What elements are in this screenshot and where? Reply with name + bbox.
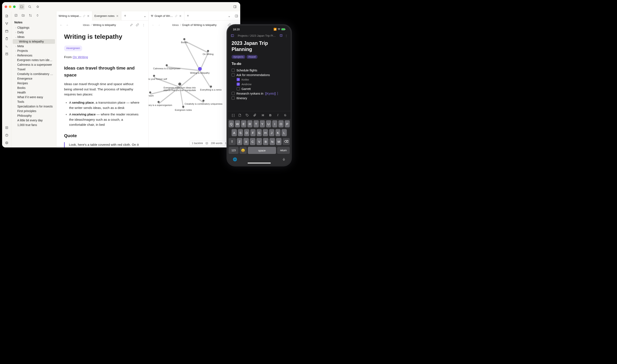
- calendar-button[interactable]: [4, 28, 10, 34]
- keyboard-key[interactable]: B: [263, 138, 268, 145]
- sort-button[interactable]: [28, 13, 33, 18]
- tab[interactable]: Writing is telepathy✕: [56, 11, 92, 21]
- tab[interactable]: Graph of Writing is t✕: [149, 11, 184, 21]
- backspace-key[interactable]: ⌫: [283, 138, 290, 145]
- command-palette-button[interactable]: [4, 43, 10, 49]
- graph-node[interactable]: On Writing: [203, 50, 214, 55]
- graph-node[interactable]: Books: [181, 38, 187, 44]
- mic-key[interactable]: [282, 158, 286, 161]
- quick-switcher-button[interactable]: [4, 13, 10, 19]
- brackets-button[interactable]: [ ]: [231, 113, 236, 117]
- close-window-button[interactable]: [5, 5, 7, 8]
- keyboard-key[interactable]: W: [235, 120, 240, 128]
- toggle-right-panel-button[interactable]: [232, 4, 238, 10]
- fullscreen-window-button[interactable]: [13, 5, 16, 8]
- graph-node[interactable]: igation to your former self: [149, 75, 171, 80]
- new-tab-button[interactable]: +: [184, 14, 192, 18]
- home-indicator[interactable]: [248, 163, 271, 163]
- file-tree-item[interactable]: ›Projects: [13, 49, 55, 53]
- graph-node[interactable]: Evergreen notes: [175, 106, 192, 111]
- space-key[interactable]: space: [248, 147, 276, 154]
- graph-node[interactable]: Evergreen notes turn ideas into objects …: [163, 83, 197, 91]
- bold-button[interactable]: B: [268, 113, 273, 117]
- search-button[interactable]: [27, 4, 32, 10]
- breadcrumb[interactable]: Projects/2023 Japan Trip Pl…: [236, 34, 277, 37]
- file-tree-item[interactable]: Health: [13, 90, 55, 95]
- file-tree-item[interactable]: Tools: [13, 99, 55, 104]
- keyboard-key[interactable]: V: [256, 138, 262, 145]
- tab[interactable]: Evergreen notes✕: [92, 11, 121, 21]
- graph-view-button[interactable]: [4, 21, 10, 26]
- collapse-all-button[interactable]: [35, 13, 40, 18]
- checkbox[interactable]: [232, 73, 235, 77]
- nav-forward-button[interactable]: →: [65, 23, 69, 26]
- keyboard-key[interactable]: U: [266, 120, 271, 128]
- settings-button[interactable]: [4, 140, 10, 146]
- shift-key[interactable]: ⇧: [229, 138, 236, 145]
- link-button[interactable]: [136, 23, 140, 26]
- number-key[interactable]: 123: [229, 147, 238, 154]
- keyboard-key[interactable]: A: [232, 129, 237, 136]
- keyboard-key[interactable]: X: [243, 138, 249, 145]
- keyboard-key[interactable]: Q: [229, 120, 234, 128]
- tag-pill[interactable]: #evergreen: [64, 46, 82, 51]
- checkbox[interactable]: ✓: [237, 83, 240, 86]
- new-note-button[interactable]: [13, 13, 19, 18]
- more-menu-button[interactable]: ⋮: [285, 34, 288, 37]
- new-tab-button[interactable]: +: [121, 14, 129, 18]
- strikethrough-button[interactable]: S: [283, 113, 288, 117]
- internal-link[interactable]: On Writing: [72, 55, 88, 59]
- keyboard-key[interactable]: J: [269, 129, 274, 136]
- tag-pill[interactable]: #travel: [247, 55, 258, 59]
- keyboard-key[interactable]: L: [282, 129, 287, 136]
- globe-key[interactable]: 🌐: [233, 157, 237, 161]
- file-tree-item[interactable]: Specialization is for insects: [13, 104, 55, 109]
- wiki-link[interactable]: [[Kyoto]]: [265, 92, 276, 95]
- keyboard-key[interactable]: Y: [260, 120, 265, 128]
- file-tree-item[interactable]: Philosophy: [13, 113, 55, 118]
- keyboard-key[interactable]: P: [285, 120, 290, 128]
- graph-node[interactable]: chasm: [149, 91, 154, 97]
- keyboard-key[interactable]: M: [276, 138, 282, 145]
- tab-close-button[interactable]: ✕: [87, 14, 90, 18]
- file-tree-item[interactable]: Travel: [13, 67, 55, 72]
- heading-button[interactable]: H: [261, 113, 265, 117]
- checkbox[interactable]: [232, 92, 235, 95]
- minimize-window-button[interactable]: [9, 5, 11, 8]
- keyboard-key[interactable]: N: [270, 138, 275, 145]
- file-tree-item[interactable]: Books: [13, 86, 55, 90]
- todo-item[interactable]: ✓Keiko: [232, 77, 287, 82]
- mobile-note-body[interactable]: 2023 Japan Trip Planning #projects#trave…: [228, 38, 290, 111]
- file-tree-item[interactable]: ⌄Ideas: [13, 35, 55, 39]
- italic-button[interactable]: I: [275, 113, 280, 117]
- file-tree-item[interactable]: ›Clippings: [13, 25, 55, 30]
- file-tree-item[interactable]: ›Meta: [13, 44, 55, 49]
- toggle-right-panel-button[interactable]: [233, 14, 240, 18]
- file-tree-item[interactable]: Evergreen notes turn ideas…: [13, 58, 55, 62]
- todo-item[interactable]: Itinerary: [232, 96, 287, 101]
- tab-close-button[interactable]: ✕: [116, 14, 119, 18]
- checkbox[interactable]: [232, 69, 235, 72]
- keyboard-key[interactable]: H: [263, 129, 268, 136]
- bookmarks-button[interactable]: [35, 4, 40, 10]
- tag-button[interactable]: [246, 114, 250, 117]
- file-tree-item[interactable]: Calmness is a superpower: [13, 62, 55, 67]
- keyboard-key[interactable]: C: [250, 138, 255, 145]
- breadcrumb[interactable]: Ideas / Writing is telepathy: [71, 23, 128, 26]
- return-key[interactable]: return: [277, 147, 290, 154]
- keyboard-key[interactable]: I: [272, 120, 277, 128]
- nav-back-button[interactable]: ←: [59, 23, 63, 26]
- graph-node[interactable]: Writing is telepathy: [190, 67, 210, 74]
- keyboard-key[interactable]: T: [253, 120, 259, 128]
- reading-mode-button[interactable]: [279, 34, 283, 37]
- file-tree-item[interactable]: Creativity is combinatory u…: [13, 72, 55, 76]
- graph-node[interactable]: Calmness is a superpower: [153, 64, 181, 70]
- toggle-sidebar-button[interactable]: [231, 34, 234, 37]
- graph-node[interactable]: Everything is a remix: [200, 86, 222, 91]
- vault-button[interactable]: [4, 125, 10, 130]
- new-folder-button[interactable]: [21, 13, 26, 18]
- keyboard-key[interactable]: O: [278, 120, 284, 128]
- files-view-button[interactable]: [19, 4, 25, 10]
- keyboard-key[interactable]: Z: [237, 138, 242, 145]
- checkbox[interactable]: [237, 87, 240, 90]
